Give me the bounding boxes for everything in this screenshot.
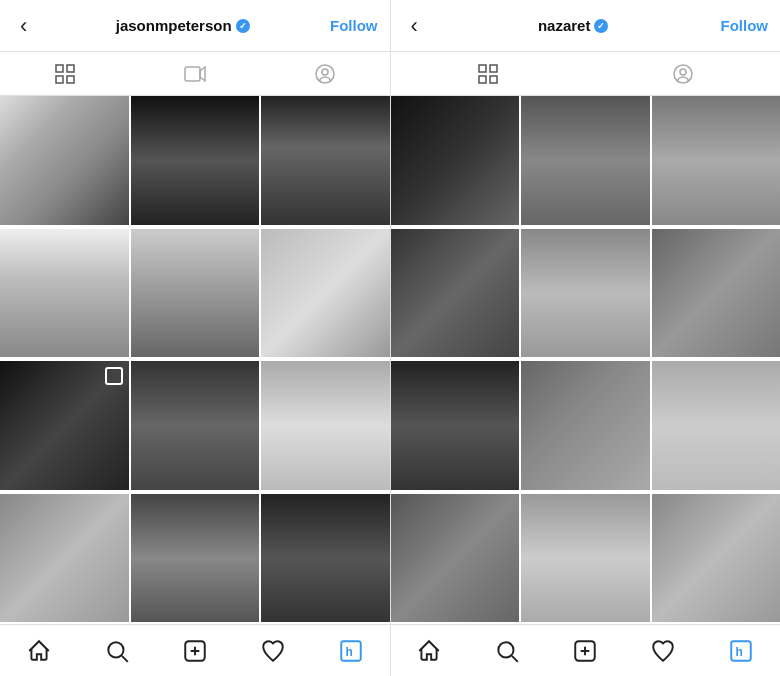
right-tab-bar bbox=[391, 52, 781, 96]
grid-cell-12[interactable] bbox=[261, 494, 390, 623]
grid-cell-18[interactable] bbox=[652, 229, 781, 358]
right-nav-home[interactable] bbox=[409, 631, 449, 671]
left-username-area: jasonmpeterson ✓ bbox=[116, 17, 250, 34]
right-header: ‹ nazaret ✓ Follow bbox=[391, 0, 781, 52]
right-bottom-nav: h bbox=[391, 624, 781, 676]
right-tab-grid[interactable] bbox=[468, 54, 508, 94]
svg-point-7 bbox=[322, 69, 328, 75]
svg-rect-16 bbox=[490, 65, 497, 72]
left-nav-heart[interactable] bbox=[253, 631, 293, 671]
grid-cell-23[interactable] bbox=[521, 494, 650, 623]
grid-cell-10[interactable] bbox=[0, 494, 129, 623]
grid-cell-2[interactable] bbox=[131, 96, 260, 225]
right-tab-tagged[interactable] bbox=[663, 54, 703, 94]
left-bottom-nav: h bbox=[0, 624, 390, 676]
grid-cell-7[interactable] bbox=[0, 361, 129, 490]
grid-cell-8[interactable] bbox=[131, 361, 260, 490]
right-profile-panel: ‹ nazaret ✓ Follow bbox=[391, 0, 781, 676]
left-verified-icon: ✓ bbox=[236, 19, 250, 33]
svg-rect-2 bbox=[56, 76, 63, 83]
svg-point-21 bbox=[499, 642, 514, 657]
grid-cell-20[interactable] bbox=[521, 361, 650, 490]
grid-cell-15[interactable] bbox=[652, 96, 781, 225]
grid-cell-16[interactable] bbox=[391, 229, 520, 358]
right-username: nazaret bbox=[538, 17, 591, 34]
right-follow-button[interactable]: Follow bbox=[720, 17, 768, 34]
left-back-button[interactable]: ‹ bbox=[12, 9, 35, 43]
svg-point-6 bbox=[316, 65, 334, 83]
right-verified-icon: ✓ bbox=[594, 19, 608, 33]
right-nav-add[interactable] bbox=[565, 631, 605, 671]
multi-story-badge bbox=[105, 367, 123, 385]
left-header: ‹ jasonmpeterson ✓ Follow bbox=[0, 0, 390, 52]
svg-rect-18 bbox=[490, 76, 497, 83]
left-profile-panel: ‹ jasonmpeterson ✓ Follow bbox=[0, 0, 391, 676]
grid-cell-19[interactable] bbox=[391, 361, 520, 490]
grid-cell-1[interactable] bbox=[0, 96, 129, 225]
left-follow-button[interactable]: Follow bbox=[330, 17, 378, 34]
svg-rect-17 bbox=[479, 76, 486, 83]
svg-point-20 bbox=[680, 69, 686, 75]
grid-cell-22[interactable] bbox=[391, 494, 520, 623]
left-username: jasonmpeterson bbox=[116, 17, 232, 34]
grid-cell-9[interactable] bbox=[261, 361, 390, 490]
left-nav-search[interactable] bbox=[97, 631, 137, 671]
svg-rect-1 bbox=[67, 65, 74, 72]
left-nav-profile[interactable]: h bbox=[331, 631, 371, 671]
grid-cell-13[interactable] bbox=[391, 96, 520, 225]
grid-cell-6[interactable] bbox=[261, 229, 390, 358]
svg-line-9 bbox=[122, 655, 128, 661]
svg-text:h: h bbox=[345, 645, 352, 659]
left-tab-grid[interactable] bbox=[45, 54, 85, 94]
left-tab-tagged[interactable] bbox=[305, 54, 345, 94]
left-photo-grid bbox=[0, 96, 390, 624]
right-photo-grid bbox=[391, 96, 781, 624]
svg-rect-4 bbox=[185, 67, 200, 81]
right-nav-heart[interactable] bbox=[643, 631, 683, 671]
right-nav-profile[interactable]: h bbox=[721, 631, 761, 671]
left-nav-home[interactable] bbox=[19, 631, 59, 671]
grid-cell-4[interactable] bbox=[0, 229, 129, 358]
right-nav-search[interactable] bbox=[487, 631, 527, 671]
grid-cell-24[interactable] bbox=[652, 494, 781, 623]
svg-point-8 bbox=[108, 642, 123, 657]
svg-rect-3 bbox=[67, 76, 74, 83]
app-container: ‹ jasonmpeterson ✓ Follow bbox=[0, 0, 780, 676]
left-nav-panel: h bbox=[0, 625, 390, 676]
svg-line-22 bbox=[512, 655, 518, 661]
svg-point-19 bbox=[674, 65, 692, 83]
left-tab-bar bbox=[0, 52, 390, 96]
grid-cell-11[interactable] bbox=[131, 494, 260, 623]
grid-cell-21[interactable] bbox=[652, 361, 781, 490]
right-nav-panel: h bbox=[391, 625, 781, 676]
grid-cell-5[interactable] bbox=[131, 229, 260, 358]
left-nav-add[interactable] bbox=[175, 631, 215, 671]
left-tab-video[interactable] bbox=[175, 54, 215, 94]
svg-rect-15 bbox=[479, 65, 486, 72]
grid-cell-14[interactable] bbox=[521, 96, 650, 225]
grid-cell-3[interactable] bbox=[261, 96, 390, 225]
svg-rect-0 bbox=[56, 65, 63, 72]
svg-text:h: h bbox=[736, 645, 743, 659]
right-back-button[interactable]: ‹ bbox=[403, 9, 426, 43]
right-username-area: nazaret ✓ bbox=[538, 17, 609, 34]
grid-cell-17[interactable] bbox=[521, 229, 650, 358]
